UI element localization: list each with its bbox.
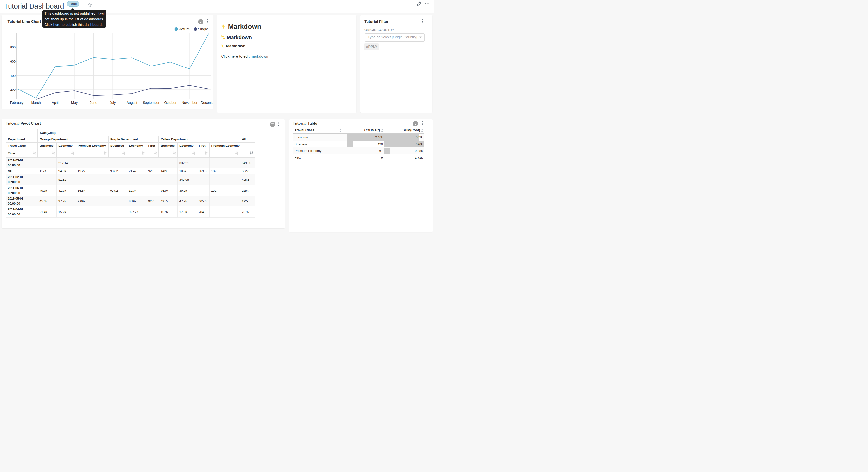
svg-text:Single: Single bbox=[198, 27, 208, 31]
svg-text:October: October bbox=[164, 101, 177, 105]
svg-text:400: 400 bbox=[10, 74, 16, 78]
svg-text:800: 800 bbox=[10, 46, 16, 49]
svg-text:600: 600 bbox=[10, 60, 16, 63]
svg-text:March: March bbox=[31, 101, 41, 105]
svg-text:April: April bbox=[52, 101, 58, 105]
svg-text:November: November bbox=[182, 101, 197, 105]
svg-text:September: September bbox=[143, 101, 160, 105]
svg-text:July: July bbox=[110, 101, 116, 105]
svg-text:Return: Return bbox=[179, 27, 190, 31]
svg-text:December: December bbox=[201, 101, 213, 105]
svg-text:May: May bbox=[71, 101, 78, 105]
svg-text:February: February bbox=[10, 101, 24, 105]
svg-text:June: June bbox=[90, 101, 97, 105]
svg-text:August: August bbox=[127, 101, 137, 105]
svg-text:200: 200 bbox=[10, 88, 16, 91]
